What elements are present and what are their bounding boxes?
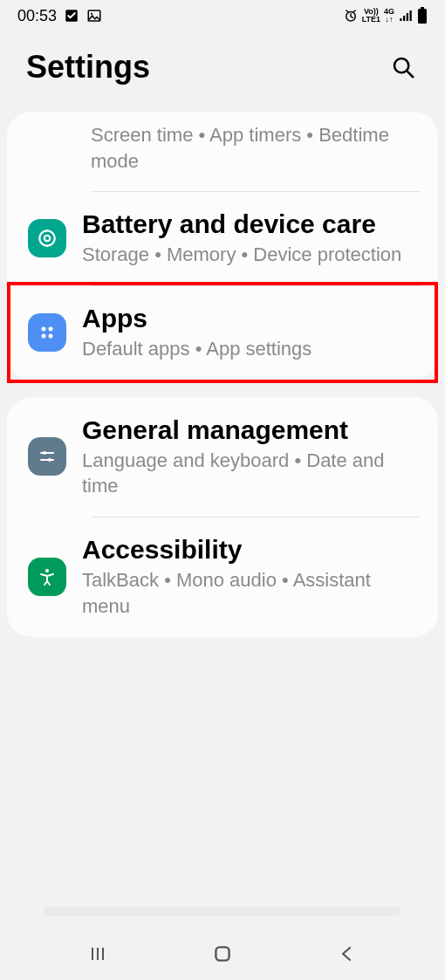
image-icon (86, 8, 102, 24)
settings-group-device: Screen time • App timers • Bedtime mode … (7, 112, 438, 380)
svg-point-11 (49, 326, 53, 331)
svg-rect-4 (418, 9, 427, 24)
alarm-icon (343, 8, 359, 24)
row-title: Battery and device care (82, 209, 422, 240)
general-management-icon (28, 437, 66, 476)
scroll-indicator (44, 907, 401, 915)
svg-point-10 (42, 326, 46, 331)
accessibility-icon (28, 558, 66, 596)
volte-indicator: Vo)) LTE1 (362, 8, 380, 24)
recents-icon (87, 943, 108, 964)
row-apps[interactable]: Apps Default apps • App settings (7, 285, 438, 380)
apps-icon (28, 313, 66, 352)
svg-point-18 (45, 569, 49, 572)
navigation-bar (0, 928, 445, 980)
signal-icon (398, 8, 414, 24)
back-icon (337, 943, 358, 964)
row-subtitle: Default apps • App settings (82, 336, 422, 362)
search-button[interactable] (387, 51, 419, 83)
checkbox-icon (64, 8, 79, 24)
status-bar: 00:53 Vo)) LTE1 4G ↓↑ (0, 0, 445, 31)
battery-icon (417, 7, 428, 24)
svg-line-7 (407, 71, 413, 77)
svg-point-15 (43, 451, 46, 455)
device-care-icon (28, 219, 66, 257)
row-subtitle: Screen time • App timers • Bedtime mode (91, 122, 422, 174)
row-digital-wellbeing[interactable]: Screen time • App timers • Bedtime mode (7, 112, 438, 191)
svg-point-17 (48, 458, 51, 462)
home-icon (211, 942, 234, 965)
recents-button[interactable] (80, 936, 115, 971)
svg-point-8 (39, 231, 54, 246)
row-accessibility[interactable]: Accessibility TalkBack • Mono audio • As… (7, 517, 438, 636)
svg-point-9 (44, 236, 51, 242)
row-general-management[interactable]: General management Language and keyboard… (7, 397, 438, 517)
svg-rect-5 (421, 7, 424, 9)
home-button[interactable] (205, 936, 240, 971)
row-battery-device-care[interactable]: Battery and device care Storage • Memory… (7, 191, 438, 285)
settings-header: Settings (0, 31, 445, 112)
row-subtitle: Storage • Memory • Device protection (82, 242, 422, 268)
row-title: Apps (82, 303, 422, 334)
svg-point-13 (49, 333, 53, 338)
search-icon (390, 54, 416, 80)
row-subtitle: Language and keyboard • Date and time (82, 448, 422, 499)
settings-group-general: General management Language and keyboard… (7, 397, 438, 637)
back-button[interactable] (330, 936, 365, 971)
row-title: Accessibility (82, 534, 422, 565)
row-title: General management (82, 415, 422, 446)
row-subtitle: TalkBack • Mono audio • Assistant menu (82, 567, 422, 619)
network-indicator: 4G ↓↑ (384, 8, 394, 24)
svg-point-2 (91, 13, 92, 15)
status-clock: 00:53 (17, 7, 57, 25)
svg-point-12 (42, 333, 46, 338)
svg-rect-22 (216, 947, 229, 960)
page-title: Settings (26, 49, 150, 86)
